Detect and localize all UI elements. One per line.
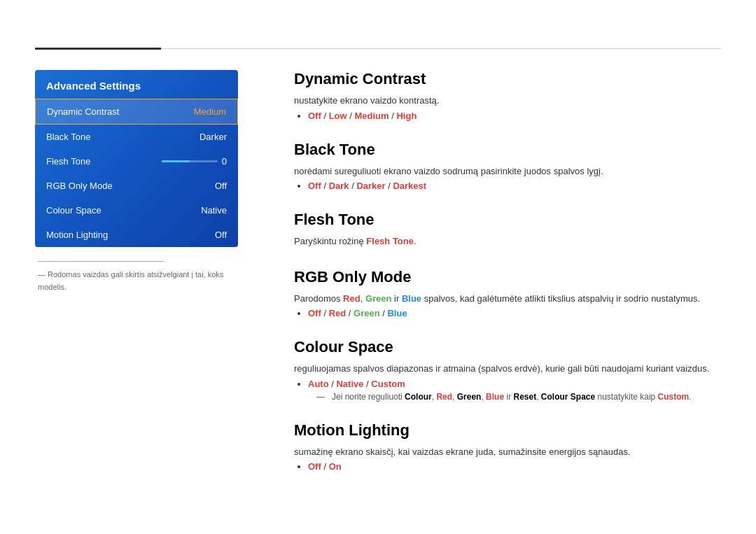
top-line-dark bbox=[35, 48, 161, 50]
opt-darkest: Darkest bbox=[393, 181, 426, 191]
opt-blue: Blue bbox=[402, 293, 421, 304]
panel-note-text: ― Rodomas vaizdas gali skirtis atsižvelg… bbox=[38, 270, 223, 291]
section-desc-flesh-tone: Paryškintu rožinę Flesh Tone. bbox=[294, 234, 721, 248]
opt-native: Native bbox=[336, 379, 363, 389]
section-options-dynamic-contrast: Off / Low / Medium / High bbox=[305, 111, 721, 121]
menu-item-dynamic-contrast-label: Dynamic Contrast bbox=[47, 106, 119, 117]
menu-item-black-tone-label: Black Tone bbox=[46, 132, 90, 142]
opt-off-motion: Off bbox=[308, 461, 321, 472]
slider-value: 0 bbox=[222, 156, 227, 167]
opt-off: Off bbox=[308, 111, 321, 121]
section-title-colour-space: Colour Space bbox=[294, 338, 721, 356]
option-colour-space-values: Auto / Native / Custom bbox=[308, 379, 721, 389]
top-decorative-lines bbox=[35, 48, 721, 50]
section-options-black-tone: Off / Dark / Darker / Darkest bbox=[305, 181, 721, 191]
slider-fill bbox=[162, 160, 190, 162]
section-colour-space: Colour Space reguliuojamas spalvos diapa… bbox=[294, 338, 721, 402]
section-options-colour-space: Auto / Native / Custom bbox=[305, 379, 721, 389]
section-dynamic-contrast: Dynamic Contrast nustatykite ekrano vaiz… bbox=[294, 70, 721, 121]
section-black-tone: Black Tone norėdami sureguliuoti ekrano … bbox=[294, 141, 721, 192]
section-rgb-only-mode: RGB Only Mode Parodomos Red, Green ir Bl… bbox=[294, 268, 721, 319]
menu-item-rgb-only-mode-value: Off bbox=[215, 181, 227, 191]
panel-title: Advanced Settings bbox=[35, 70, 238, 99]
section-title-rgb-only-mode: RGB Only Mode bbox=[294, 268, 721, 286]
menu-item-dynamic-contrast-value: Medium bbox=[194, 106, 226, 117]
menu-item-rgb-only-mode-label: RGB Only Mode bbox=[46, 181, 113, 191]
section-title-flesh-tone: Flesh Tone bbox=[294, 211, 721, 229]
opt-low: Low bbox=[329, 111, 347, 121]
section-desc-dynamic-contrast: nustatykite ekrano vaizdo kontrastą. bbox=[294, 94, 721, 108]
menu-item-flesh-tone[interactable]: Flesh Tone 0 bbox=[35, 149, 238, 174]
section-title-black-tone: Black Tone bbox=[294, 141, 721, 159]
opt-auto: Auto bbox=[308, 379, 329, 389]
section-desc-motion-lighting: sumažinę ekrano skaisčį, kai vaizdas ekr… bbox=[294, 445, 721, 459]
menu-item-colour-space-value: Native bbox=[201, 205, 227, 216]
colour-space-note: ― Jei norite reguliuoti Colour, Red, Gre… bbox=[316, 392, 721, 402]
opt-red: Red bbox=[343, 293, 360, 304]
opt-off-rgb: Off bbox=[308, 308, 321, 318]
opt-off-2: Off bbox=[308, 181, 321, 191]
opt-medium: Medium bbox=[354, 111, 388, 121]
opt-green: Green bbox=[365, 293, 392, 304]
section-options-rgb-only-mode: Off / Red / Green / Blue bbox=[305, 308, 721, 318]
right-content: Dynamic Contrast nustatykite ekrano vaiz… bbox=[294, 70, 721, 491]
top-line-light bbox=[161, 48, 721, 49]
colour-space-note-text: Jei norite reguliuoti Colour, Red, Green… bbox=[332, 392, 692, 402]
opt-darker: Darker bbox=[356, 181, 385, 191]
section-desc-colour-space: reguliuojamas spalvos diapazonas ir atma… bbox=[294, 362, 721, 376]
opt-dark: Dark bbox=[329, 181, 349, 191]
section-desc-rgb-only-mode: Parodomos Red, Green ir Blue spalvos, ka… bbox=[294, 292, 721, 306]
menu-item-black-tone-value: Darker bbox=[200, 132, 227, 142]
menu-item-motion-lighting-value: Off bbox=[215, 230, 227, 240]
option-rgb-values: Off / Red / Green / Blue bbox=[308, 308, 721, 318]
opt-flesh: Flesh Tone bbox=[366, 236, 414, 246]
option-black-tone-values: Off / Dark / Darker / Darkest bbox=[308, 181, 721, 191]
opt-on: On bbox=[329, 461, 342, 472]
section-options-motion-lighting: Off / On bbox=[305, 461, 721, 472]
menu-item-motion-lighting-label: Motion Lighting bbox=[46, 230, 108, 240]
menu-item-colour-space-label: Colour Space bbox=[46, 205, 102, 216]
section-flesh-tone: Flesh Tone Paryškintu rožinę Flesh Tone. bbox=[294, 211, 721, 248]
menu-item-flesh-tone-label: Flesh Tone bbox=[46, 156, 90, 167]
section-title-motion-lighting: Motion Lighting bbox=[294, 421, 721, 440]
option-motion-lighting-values: Off / On bbox=[308, 461, 721, 472]
opt-custom: Custom bbox=[371, 379, 405, 389]
flesh-tone-slider-group: 0 bbox=[162, 156, 227, 167]
section-motion-lighting: Motion Lighting sumažinę ekrano skaisčį,… bbox=[294, 421, 721, 472]
section-desc-black-tone: norėdami sureguliuoti ekrano vaizdo sodr… bbox=[294, 164, 721, 178]
panel-note: ― Rodomas vaizdas gali skirtis atsižvelg… bbox=[35, 261, 238, 293]
menu-item-colour-space[interactable]: Colour Space Native bbox=[35, 198, 238, 223]
menu-item-dynamic-contrast[interactable]: Dynamic Contrast Medium bbox=[35, 99, 238, 125]
menu-item-rgb-only-mode[interactable]: RGB Only Mode Off bbox=[35, 174, 238, 198]
section-title-dynamic-contrast: Dynamic Contrast bbox=[294, 70, 721, 88]
opt-green-2: Green bbox=[354, 308, 380, 318]
opt-blue-2: Blue bbox=[387, 308, 407, 318]
slider-track[interactable] bbox=[162, 160, 218, 162]
advanced-settings-box: Advanced Settings Dynamic Contrast Mediu… bbox=[35, 70, 238, 247]
menu-item-black-tone[interactable]: Black Tone Darker bbox=[35, 125, 238, 149]
left-panel: Advanced Settings Dynamic Contrast Mediu… bbox=[35, 70, 238, 293]
opt-high: High bbox=[396, 111, 416, 121]
colour-space-note-dash: ― bbox=[316, 392, 328, 402]
menu-item-motion-lighting[interactable]: Motion Lighting Off bbox=[35, 223, 238, 247]
opt-red-2: Red bbox=[329, 308, 346, 318]
option-dynamic-contrast-values: Off / Low / Medium / High bbox=[308, 111, 721, 121]
panel-note-line bbox=[38, 261, 164, 262]
